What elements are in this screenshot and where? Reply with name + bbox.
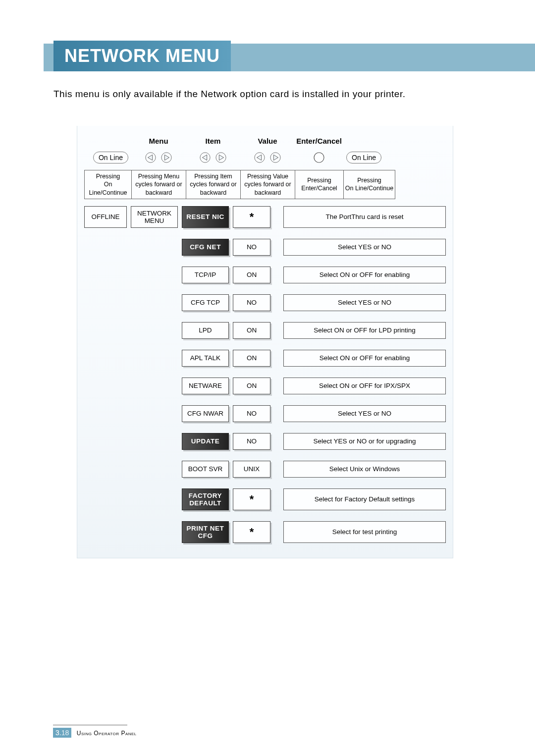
value-box: NO	[233, 239, 270, 256]
menu-row: OFFLINENETWORK MENURESET NIC*The PortThr…	[84, 206, 446, 228]
menu-row: PRINT NET CFG*Select for test printing	[84, 521, 446, 543]
status-box: OFFLINE	[84, 206, 127, 228]
desc-online-left: Pressing On Line/Continue	[84, 170, 131, 199]
item-box: LPD	[182, 322, 229, 339]
menu-row: FACTORY DEFAULT*Select for Factory Defau…	[84, 488, 446, 510]
intro-text: This menu is only available if the Netwo…	[54, 86, 500, 102]
item-box: PRINT NET CFG	[182, 521, 229, 543]
description-box: Select YES or NO or for upgrading	[283, 433, 446, 450]
menu-row: NETWAREONSelect ON or OFF for IPX/SPX	[84, 378, 446, 394]
button-row: On Line On Line	[84, 148, 446, 167]
chapter-number: 3.	[55, 729, 61, 737]
asterisk-icon: *	[250, 526, 254, 539]
menu-right-icon	[161, 152, 172, 163]
value-box: ON	[233, 322, 270, 339]
desc-online-right: Pressing On Line/Continue	[343, 170, 395, 199]
description-box: Select Unix or Windows	[283, 461, 446, 478]
menu-diagram: Menu Item Value Enter/Cancel On Line On …	[77, 126, 453, 558]
col-header-item: Item	[186, 137, 240, 148]
item-box: TCP/IP	[182, 267, 229, 283]
desc-enter-cancel: Pressing Enter/Cancel	[295, 170, 343, 199]
menu-name-box: NETWORK MENU	[131, 206, 178, 228]
footer-label: Using Operator Panel	[77, 730, 137, 737]
description-box: Select YES or NO	[283, 294, 446, 311]
value-box: *	[233, 206, 270, 228]
value-box: ON	[233, 267, 270, 283]
enter-cancel-icon	[313, 152, 325, 163]
value-box: UNIX	[233, 461, 270, 478]
value-box: ON	[233, 378, 270, 394]
description-box: Select for test printing	[283, 521, 446, 543]
menu-row: CFG NETNOSelect YES or NO	[84, 239, 446, 256]
description-box: Select ON or OFF for enabling	[283, 267, 446, 283]
value-box: *	[233, 488, 270, 510]
item-box: BOOT SVR	[182, 461, 229, 478]
menu-row: UPDATENOSelect YES or NO or for upgradin…	[84, 433, 446, 450]
menu-left-icon	[145, 152, 156, 163]
menu-row: TCP/IPONSelect ON or OFF for enabling	[84, 267, 446, 283]
column-description-row: Pressing On Line/Continue Pressing Menu …	[84, 170, 446, 199]
col-header-enter-cancel: Enter/Cancel	[295, 137, 343, 148]
description-box: Select YES or NO	[283, 405, 446, 422]
page-footer: 3.18 Using Operator Panel	[53, 725, 137, 738]
desc-item: Pressing Item cycles forward or backward	[186, 170, 240, 199]
description-box: Select YES or NO	[283, 239, 446, 256]
page-number-badge: 3.18	[53, 728, 71, 738]
item-box: APL TALK	[182, 350, 229, 367]
asterisk-icon: *	[250, 493, 254, 506]
footer-rule	[53, 725, 127, 725]
item-box: CFG TCP	[182, 294, 229, 311]
item-box: CFG NET	[182, 239, 229, 256]
page-number: 18	[61, 729, 69, 737]
description-box: Select ON or OFF for enabling	[283, 350, 446, 367]
value-box: *	[233, 521, 270, 543]
value-left-icon	[254, 152, 265, 163]
column-header-row: Menu Item Value Enter/Cancel	[84, 137, 446, 148]
title-box: NETWORK MENU	[54, 41, 231, 71]
online-label-right: On Line	[346, 152, 381, 163]
item-box: FACTORY DEFAULT	[182, 488, 229, 510]
menu-row: APL TALKONSelect ON or OFF for enabling	[84, 350, 446, 367]
item-right-icon	[215, 152, 226, 163]
asterisk-icon: *	[250, 211, 254, 223]
value-box: NO	[233, 294, 270, 311]
item-box: UPDATE	[182, 433, 229, 450]
value-box: NO	[233, 405, 270, 422]
value-box: ON	[233, 350, 270, 367]
description-box: Select ON or OFF for LPD printing	[283, 322, 446, 339]
item-box: CFG NWAR	[182, 405, 229, 422]
desc-value: Pressing Value cycles forward or backwar…	[240, 170, 295, 199]
item-box: RESET NIC	[182, 206, 229, 228]
col-header-value: Value	[240, 137, 295, 148]
description-box: Select ON or OFF for IPX/SPX	[283, 378, 446, 394]
svg-point-6	[314, 153, 324, 162]
menu-row: CFG TCPNOSelect YES or NO	[84, 294, 446, 311]
menu-row: LPDONSelect ON or OFF for LPD printing	[84, 322, 446, 339]
online-label-left: On Line	[93, 152, 128, 163]
menu-rows: OFFLINENETWORK MENURESET NIC*The PortThr…	[84, 206, 446, 543]
col-header-menu: Menu	[131, 137, 186, 148]
menu-row: CFG NWARNOSelect YES or NO	[84, 405, 446, 422]
description-box: Select for Factory Default settings	[283, 488, 446, 510]
item-left-icon	[200, 152, 211, 163]
description-box: The PortThru card is reset	[283, 206, 446, 228]
desc-menu: Pressing Menu cycles forward or backward	[131, 170, 186, 199]
item-box: NETWARE	[182, 378, 229, 394]
value-right-icon	[270, 152, 281, 163]
value-box: NO	[233, 433, 270, 450]
page-title: NETWORK MENU	[64, 46, 220, 66]
menu-row: BOOT SVRUNIXSelect Unix or Windows	[84, 461, 446, 478]
